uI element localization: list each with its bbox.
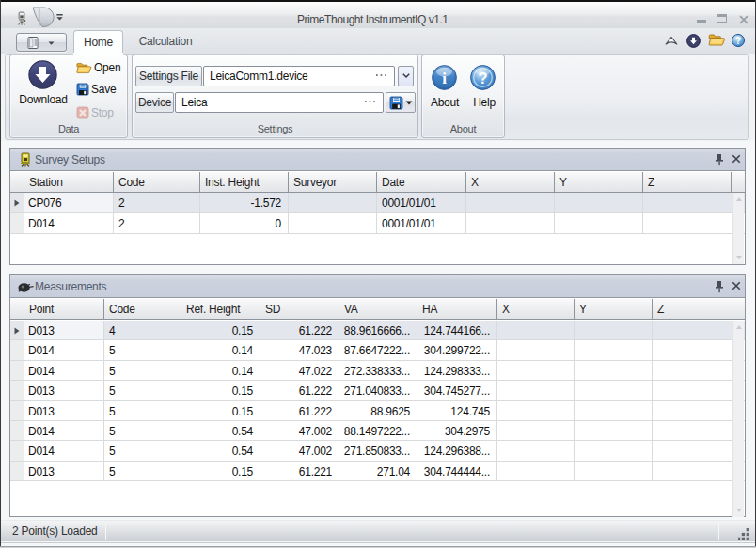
- svg-text:?: ?: [735, 36, 741, 46]
- svg-text:i: i: [442, 70, 447, 87]
- svg-text:?: ?: [479, 70, 488, 86]
